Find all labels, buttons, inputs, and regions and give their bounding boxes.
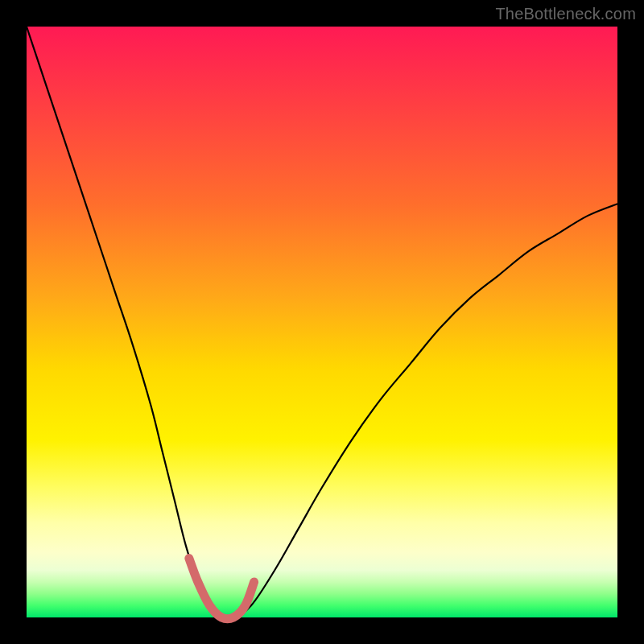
watermark-text: TheBottleneck.com [495, 5, 636, 23]
optimal-range-highlight [189, 559, 254, 619]
chart-svg [27, 27, 617, 617]
bottleneck-curve [27, 27, 617, 619]
chart-frame: TheBottleneck.com [0, 0, 644, 644]
